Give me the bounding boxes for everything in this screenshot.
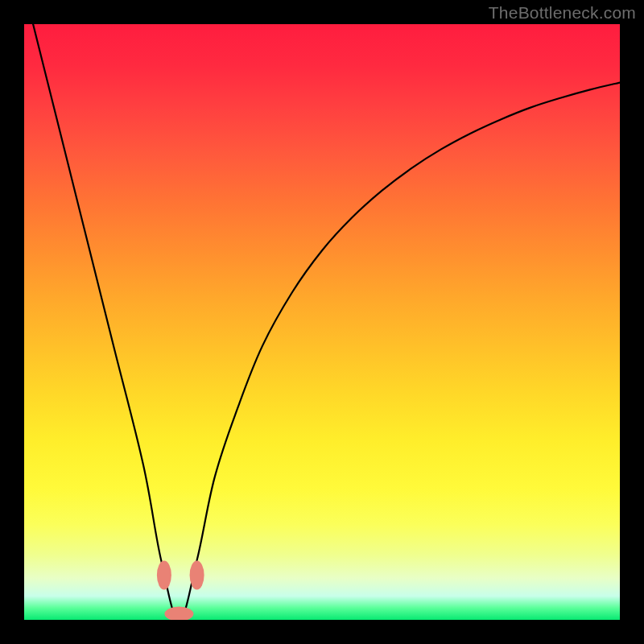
plot-svg — [24, 24, 620, 620]
bottleneck-curve — [24, 24, 620, 620]
blob-right — [190, 561, 204, 590]
blob-bottom — [164, 607, 193, 620]
curve-markers — [157, 561, 204, 621]
plot-area — [24, 24, 620, 620]
watermark-text: TheBottleneck.com — [489, 3, 636, 23]
chart-frame: TheBottleneck.com — [0, 0, 644, 644]
blob-left — [157, 561, 171, 590]
